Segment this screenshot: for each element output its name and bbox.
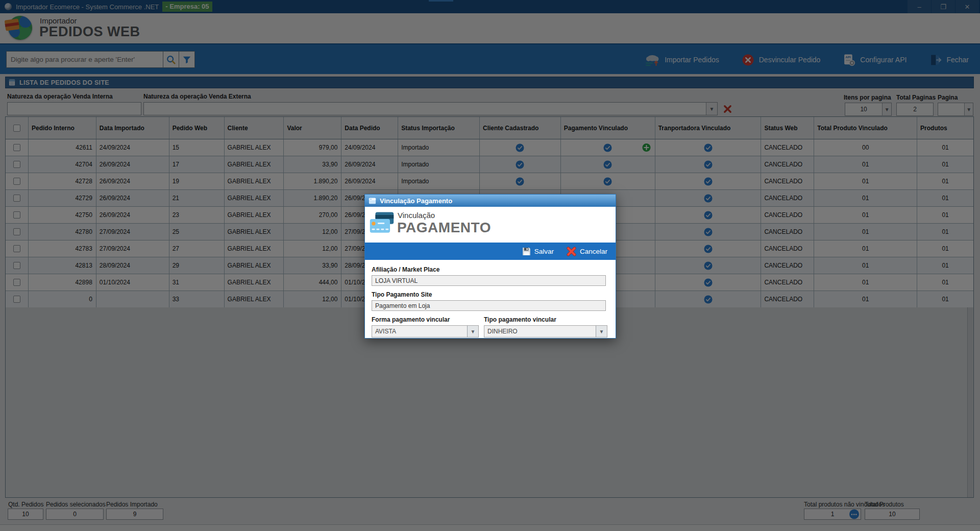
cancelar-button[interactable]: Cancelar [566, 246, 607, 257]
tipo-pagamento-label: Tipo pagamento vincular [484, 316, 607, 323]
dialog-window-icon [369, 197, 376, 205]
afiliacao-label: Afiliação / Market Place [372, 266, 606, 273]
afiliacao-input[interactable]: LOJA VIRTUAL [372, 275, 606, 286]
dialog-title: Vinculação Pagamento [380, 197, 452, 205]
dialog-form: Afiliação / Market Place LOJA VIRTUAL Ti… [365, 260, 616, 337]
chevron-down-icon[interactable]: ▼ [467, 326, 478, 337]
tipo-pagamento-site-label: Tipo Pagamento Site [372, 291, 606, 298]
tipo-pagamento-site-input[interactable]: Pagamento em Loja [372, 300, 606, 311]
forma-pagamento-label: Forma pagamento vincular [372, 316, 479, 323]
dialog-titlebar[interactable]: Vinculação Pagamento [365, 195, 616, 207]
app-window: Importador Ecomerce - System Commerce .N… [0, 0, 980, 531]
save-floppy-icon [522, 247, 531, 256]
chevron-down-icon[interactable]: ▼ [596, 326, 607, 337]
vinculacao-pagamento-dialog: Vinculação Pagamento Vinculação PAGAMENT… [364, 194, 616, 339]
dialog-heading: PAGAMENTO [397, 220, 491, 236]
forma-pagamento-select[interactable]: AVISTA ▼ [372, 325, 479, 337]
dialog-header: Vinculação PAGAMENTO [365, 207, 616, 243]
salvar-button[interactable]: Salvar [522, 247, 554, 256]
tipo-pagamento-select[interactable]: DINHEIRO ▼ [484, 325, 607, 337]
payment-cards-icon [369, 211, 395, 235]
dialog-subtitle: Vinculação [398, 211, 435, 220]
cancel-red-x-icon [566, 246, 577, 257]
dialog-toolbar: Salvar Cancelar [365, 243, 616, 260]
